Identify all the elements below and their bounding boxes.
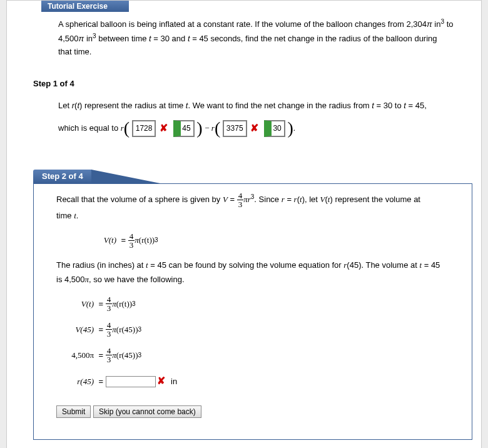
s2-p1g: ) represent the volume at bbox=[330, 195, 420, 204]
s1-e: ) represent the radius at time bbox=[79, 101, 186, 110]
r45-input[interactable] bbox=[106, 376, 156, 387]
step2-tab: Step 2 of 4 bbox=[33, 170, 92, 183]
s2-p2c: (45). The volume at bbox=[347, 260, 419, 270]
question-text: A spherical balloon is being inflated at… bbox=[7, 12, 481, 76]
step1-label: Step 1 of 4 bbox=[7, 76, 481, 94]
s1-h: = 45, bbox=[406, 101, 427, 110]
q-line1-a: A spherical balloon is being inflated at… bbox=[58, 19, 427, 29]
eq-lhs2: V(45) bbox=[61, 322, 96, 337]
rhs-rt: (r(t)) bbox=[139, 233, 155, 247]
q-line3: that time. bbox=[58, 47, 91, 56]
s2-p1c: = bbox=[285, 195, 294, 204]
s1-l2: which is equal to bbox=[58, 123, 121, 133]
minus: − bbox=[205, 123, 211, 133]
eq-lhs1: V(t) bbox=[61, 297, 96, 311]
frac4: 43 bbox=[106, 347, 113, 364]
frac2: 43 bbox=[106, 295, 113, 312]
V: V bbox=[223, 195, 228, 204]
rhs1: (r(t)) bbox=[116, 297, 132, 311]
answer-box-3[interactable]: 3375 bbox=[223, 120, 247, 138]
exp3b: 3 bbox=[155, 235, 158, 246]
q-line2-a: 4,500 bbox=[58, 34, 79, 43]
s1-f: . We want to find the net change in the … bbox=[188, 101, 372, 110]
wrong-icon: ✘ bbox=[160, 123, 168, 133]
eq-lhs3: 4,500π bbox=[61, 348, 96, 362]
frac3: 43 bbox=[106, 321, 113, 338]
q-line1-b: in bbox=[432, 19, 441, 29]
s2-p2d: = 45 bbox=[422, 260, 440, 270]
q-line2-e: = 45 seconds, find the net change in the… bbox=[190, 34, 437, 43]
frac-4-3: 43 bbox=[237, 191, 244, 208]
tab-slope bbox=[91, 170, 160, 183]
frac: 43 bbox=[128, 232, 135, 249]
t4: t bbox=[74, 211, 76, 220]
exp3e: 3 bbox=[138, 350, 142, 361]
q-line2-d: = 30 and bbox=[151, 34, 188, 43]
rparen: ) bbox=[287, 118, 293, 138]
lparen: ( bbox=[124, 118, 130, 138]
s2-p2e: is 4,500 bbox=[56, 275, 85, 284]
rparen: ) bbox=[196, 118, 202, 138]
s1-a: Let bbox=[58, 101, 72, 110]
V2: V bbox=[320, 195, 325, 204]
rhs3: (r(45)) bbox=[116, 348, 138, 362]
unit-label: in bbox=[171, 374, 177, 389]
exp3d: 3 bbox=[138, 324, 142, 335]
wrong-icon: ✘ bbox=[157, 372, 165, 390]
s2-p2b: = 45 can be found by solving the volume … bbox=[148, 260, 344, 270]
eq-row-r45: r(45) = ✘ in bbox=[61, 372, 457, 390]
s2-p1e: ), let bbox=[302, 195, 320, 204]
rhs2: (r(45)) bbox=[116, 322, 138, 337]
eq-row-v45: V(45) = 43π(r(45))3 bbox=[61, 321, 457, 338]
step1-body: Let r(t) represent the radius at time t.… bbox=[7, 94, 481, 147]
skip-button[interactable]: Skip (you cannot come back) bbox=[93, 405, 201, 418]
wrong-icon: ✘ bbox=[250, 123, 258, 133]
submit-button[interactable]: Submit bbox=[56, 405, 91, 418]
s1-g: = 30 to bbox=[374, 101, 404, 110]
lparen: ( bbox=[215, 118, 220, 138]
eq-row-4500: 4,500π = 43π(r(45))3 bbox=[61, 347, 457, 364]
pi-symbol: π bbox=[79, 34, 84, 43]
q-line2-b: in bbox=[84, 34, 93, 43]
exp3c: 3 bbox=[132, 298, 136, 310]
eq-row-vt: V(t) = 43π(r(t))3 bbox=[61, 295, 457, 312]
step2-box: Recall that the volume of a sphere is gi… bbox=[33, 183, 472, 440]
tutorial-exercise-header: Tutorial Exercise bbox=[41, 1, 129, 12]
unit-in bbox=[166, 374, 171, 389]
eq-vt-def: V(t) = 43π(r(t))3 bbox=[84, 232, 457, 249]
eq-lhs-vt: V(t) bbox=[84, 233, 119, 247]
s2-p1a: Recall that the volume of a sphere is gi… bbox=[56, 195, 223, 204]
pi-symbol: π bbox=[427, 19, 432, 29]
s2-p1b: . Since bbox=[254, 195, 281, 204]
s2-p2f: , so we have the following. bbox=[89, 275, 184, 284]
period: . bbox=[293, 123, 295, 133]
answer-box-1[interactable]: 1728 bbox=[132, 120, 156, 138]
s2-p2a: The radius (in inches) at bbox=[56, 260, 146, 270]
s2-p1h: time bbox=[56, 211, 74, 220]
q-line2-c: between time bbox=[96, 34, 150, 43]
q-line1-c: to bbox=[444, 19, 453, 29]
eq-lhs4: r(45) bbox=[61, 374, 96, 389]
